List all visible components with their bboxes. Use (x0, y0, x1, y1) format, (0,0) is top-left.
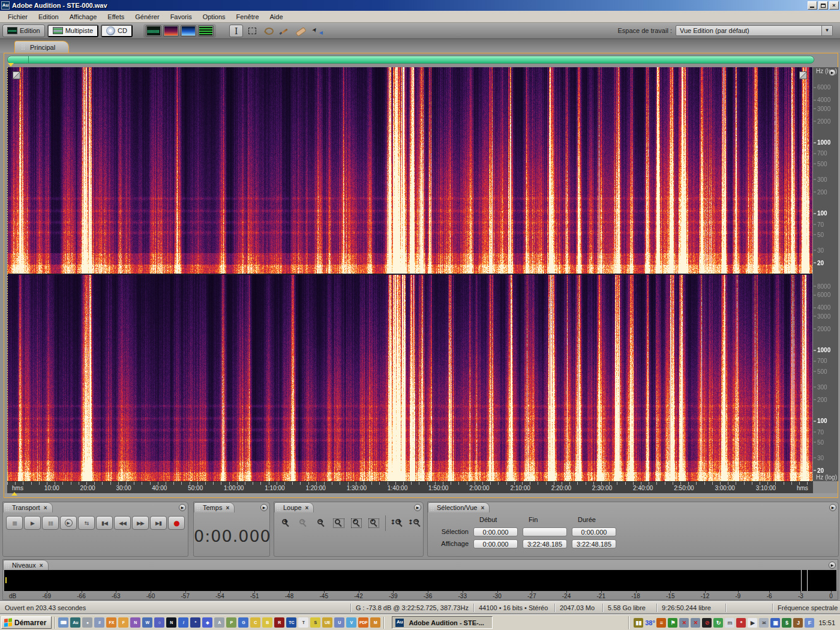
start-button[interactable]: Démarrer (1, 616, 52, 629)
levels-panel-menu-button[interactable]: ▶ (829, 562, 836, 569)
zoom-out-full-button[interactable] (313, 517, 329, 530)
network-offline2-tray-icon[interactable]: ✕ (691, 618, 700, 628)
spectral-frequency-view-button[interactable] (163, 25, 179, 37)
rewind-button[interactable]: ◀◀ (114, 516, 131, 530)
time-selection-tool-button[interactable] (229, 25, 243, 37)
jar-tray-icon[interactable]: J (793, 618, 803, 628)
sync-tray-icon[interactable]: ↻ (713, 618, 723, 628)
clock-launcher-icon[interactable]: T (298, 617, 308, 628)
spectral-phase-view-button[interactable] (181, 25, 196, 37)
zoom-out-horizontal-button[interactable] (295, 517, 311, 530)
zoom-panel-menu-button[interactable]: ▶ (414, 504, 421, 511)
pinwheel-tray-icon[interactable]: * (736, 618, 746, 628)
folder-launcher-icon[interactable]: F (118, 617, 128, 628)
ball-launcher-icon[interactable]: B (262, 617, 272, 628)
close-icon[interactable]: × (226, 505, 229, 511)
minimize-button[interactable] (808, 1, 817, 10)
burst-launcher-icon[interactable]: * (190, 617, 200, 628)
keyboard-tray-icon[interactable]: ≍ (759, 618, 769, 628)
menu-item[interactable]: Affichage (64, 12, 103, 22)
display-tray-icon[interactable]: ▣ (770, 618, 780, 628)
planet-launcher-icon[interactable]: ○ (154, 617, 164, 628)
restore-button[interactable] (818, 1, 828, 10)
stop-button[interactable]: ■ (6, 516, 23, 530)
menu-item[interactable]: Fichier (2, 12, 33, 22)
blocked-tray-icon[interactable]: ⊘ (702, 618, 712, 628)
fast-forward-button[interactable]: ▶▶ (132, 516, 149, 530)
keyboard-launcher-icon[interactable]: ⌨ (58, 617, 68, 628)
folder-tray-icon[interactable]: F (805, 618, 814, 628)
word-launcher-icon[interactable]: W (142, 617, 152, 628)
tab-principal[interactable]: Principal (14, 41, 69, 53)
record-button[interactable]: ● (168, 516, 185, 530)
menu-item[interactable]: Edition (33, 12, 64, 22)
ue-launcher-icon[interactable]: UE (322, 617, 332, 628)
stamp-launcher-icon[interactable]: ◆ (202, 617, 212, 628)
close-icon[interactable]: × (481, 505, 484, 511)
play-looped-button[interactable]: ⇆ (78, 516, 95, 530)
selection-duration-field[interactable]: 0:00.000 (572, 527, 616, 536)
menu-item[interactable]: Fenêtre (231, 12, 265, 22)
globe-launcher-icon[interactable]: G (238, 617, 248, 628)
flag-tray-icon[interactable]: ⚑ (668, 618, 677, 628)
mouse-tray-icon[interactable]: m (725, 618, 734, 628)
zoom-to-selection-left-button[interactable] (349, 517, 364, 530)
calculator-launcher-icon[interactable]: # (94, 617, 104, 628)
workspace-dropdown[interactable]: Vue Edition (par défaut) ▼ (676, 25, 833, 36)
play-from-cursor-button[interactable]: ▶ (60, 516, 77, 530)
cursor-tray-icon[interactable]: ▶ (748, 618, 757, 628)
temperature-tray-indicator[interactable]: 38° (645, 618, 655, 628)
close-icon[interactable]: × (40, 562, 43, 569)
levels-view-button[interactable] (198, 25, 214, 37)
transport-panel-tab[interactable]: Transport × (3, 502, 53, 512)
horizontal-scrollbar[interactable] (7, 56, 814, 64)
zoom-in-vertical-button[interactable] (389, 517, 405, 530)
pause-button[interactable]: ▮▮ (42, 516, 59, 530)
zoom-in-horizontal-button[interactable] (278, 517, 293, 530)
chevron-down-icon[interactable]: ▼ (821, 26, 832, 35)
sphere-launcher-icon[interactable]: ● (82, 617, 92, 628)
menu-item[interactable]: Générer (130, 12, 164, 22)
menu-item[interactable]: Aide (265, 12, 289, 22)
time-panel-menu-button[interactable]: ▶ (260, 504, 268, 511)
zoom-panel-tab[interactable]: Loupe × (274, 502, 314, 512)
menu-item[interactable]: Options (197, 12, 231, 22)
frequency-ruler[interactable]: Hz (log) 6000400030002000100070050030020… (813, 67, 838, 481)
mediaplayer-launcher-icon[interactable]: M (370, 617, 380, 628)
level-meter[interactable] (4, 570, 836, 591)
playhead-marker-bottom[interactable] (11, 492, 17, 496)
package-launcher-icon[interactable]: P (226, 617, 236, 628)
menu-item[interactable]: Effets (102, 12, 130, 22)
netscape-launcher-icon[interactable]: N (166, 617, 176, 628)
spectrogram-channel-left[interactable] (7, 67, 812, 274)
user-launcher-icon[interactable]: U (334, 617, 344, 628)
cd-mode-button[interactable]: CD (101, 25, 133, 37)
stripes-tray-icon[interactable]: ≡ (656, 618, 666, 628)
lasso-selection-tool-button[interactable] (262, 25, 275, 37)
bird-launcher-icon[interactable]: V (346, 617, 356, 628)
channel-left-toggle-button[interactable] (13, 71, 20, 79)
selection-view-panel-menu-button[interactable]: ▶ (829, 504, 836, 511)
waveform-view-button[interactable] (146, 25, 161, 37)
close-icon[interactable]: × (44, 505, 47, 511)
multipiste-mode-button[interactable]: Multipiste (47, 25, 98, 37)
close-button[interactable]: × (829, 1, 839, 10)
selection-start-field[interactable]: 0:00.000 (473, 527, 518, 536)
zoom-out-vertical-button[interactable] (407, 517, 423, 530)
letter-a-launcher-icon[interactable]: A (214, 617, 224, 628)
zoom-to-selection-right-button[interactable] (366, 517, 382, 530)
audition-launcher-icon[interactable]: Au (70, 617, 80, 628)
timeline-ruler[interactable]: hms 10:0020:0030:0040:0050:001:00:001:10… (7, 481, 813, 493)
frequency-ruler-right-channel[interactable]: Hz (log) 8000600040003000200010007005003… (813, 275, 838, 481)
frequency-ruler-left-channel[interactable]: Hz (log) 6000400030002000100070050030020… (813, 67, 838, 274)
realplayer-launcher-icon[interactable]: R (274, 617, 284, 628)
spectral-display[interactable] (7, 67, 812, 481)
play-button[interactable]: ▶ (24, 516, 41, 530)
go-to-end-button[interactable]: ▶▮ (150, 516, 167, 530)
edition-mode-button[interactable]: Edition (2, 25, 45, 37)
fx-launcher-icon[interactable]: FX (106, 617, 116, 628)
coin-launcher-icon[interactable]: C (250, 617, 260, 628)
close-icon[interactable]: × (305, 505, 309, 511)
main-panel-menu-button[interactable]: ▶ (829, 69, 836, 76)
time-panel-tab[interactable]: Temps × (194, 502, 235, 512)
